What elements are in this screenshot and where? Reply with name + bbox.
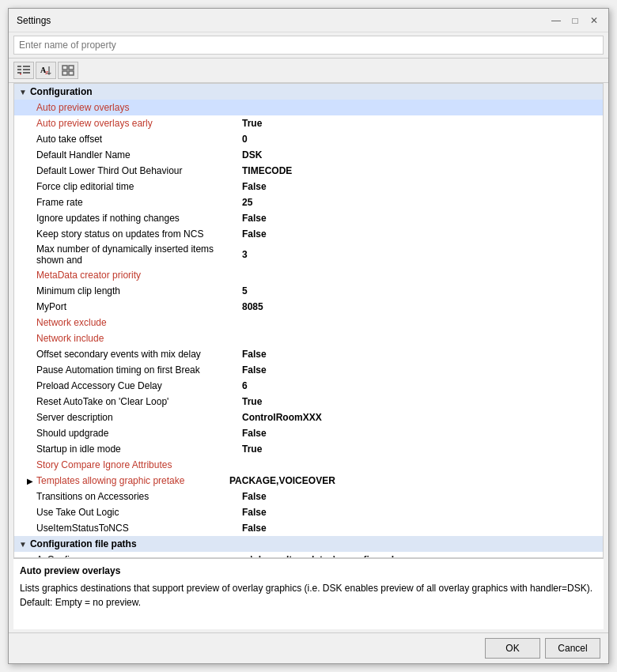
prop-row-max-number[interactable]: Max number of dynamically inserted items… [14,242,603,267]
svg-rect-4 [23,69,30,70]
prop-row-preload-accessory[interactable]: Preload Accessory Cue Delay 6 [14,378,603,394]
section-header-file-paths[interactable]: ▼ Configuration file paths [14,536,603,552]
prop-value-ignore-updates: False [242,213,267,224]
minimize-button[interactable]: — [550,14,562,27]
maximize-button[interactable]: □ [569,14,581,27]
prop-value-force-clip: False [242,181,267,192]
chevron-right-icon: ▶ [27,477,33,485]
prop-value-auto-preview-early: True [242,118,262,129]
title-controls: — □ ✕ [550,14,600,27]
prop-row-use-take-out[interactable]: Use Take Out Logic False [14,504,603,520]
settings-window: Settings — □ ✕ A Z [8,8,609,664]
prop-value-keep-story: False [242,228,267,240]
prop-row-ignore-updates[interactable]: Ignore updates if nothing changes False [14,210,603,226]
toolbar-grid-btn[interactable] [58,62,78,79]
prop-row-avconfig[interactable]: AvConfig c:\channeltemplates\avconfig.xm… [14,552,603,557]
prop-row-network-exclude[interactable]: Network exclude [14,315,603,330]
prop-row-startup-idle[interactable]: Startup in idle mode True [14,441,603,457]
prop-row-min-clip[interactable]: Minimum clip length 5 [14,283,603,299]
prop-row-offset-secondary[interactable]: Offset secondary events with mix delay F… [14,346,603,362]
svg-rect-5 [23,72,30,74]
prop-row-use-item-status[interactable]: UseItemStatusToNCS False [14,520,603,536]
ok-button[interactable]: OK [485,638,540,659]
prop-name-keep-story: Keep story status on updates from NCS [36,228,242,240]
prop-name-force-clip: Force clip editorial time [36,181,242,192]
property-tree: ▼ Configuration Auto preview overlays Au… [13,83,604,558]
prop-name-use-item-status: UseItemStatusToNCS [36,523,242,534]
prop-value-offset-secondary: False [242,349,267,360]
prop-name-auto-preview-overlays: Auto preview overlays [36,102,242,113]
prop-row-default-handler[interactable]: Default Handler Name DSK [14,147,603,163]
prop-row-transitions[interactable]: Transitions on Accessories False [14,489,603,504]
svg-rect-3 [23,66,30,67]
svg-rect-1 [17,69,21,70]
search-input[interactable] [13,36,604,55]
svg-rect-11 [62,66,67,70]
prop-name-preload-accessory: Preload Accessory Cue Delay [36,380,242,391]
window-title: Settings [17,15,51,26]
prop-value-max-number: 3 [242,249,248,260]
prop-value-lower-third: TIMECODE [242,165,292,176]
prop-name-startup-idle: Startup in idle mode [36,444,242,455]
prop-name-should-upgrade: Should updgrade [36,428,242,439]
button-bar: OK Cancel [9,632,608,663]
prop-name-network-include: Network include [36,333,242,344]
prop-name-min-clip: Minimum clip length [36,285,242,296]
description-text: Lists graphics destinations that support… [20,581,597,610]
prop-row-network-include[interactable]: Network include [14,330,603,346]
prop-name-myport: MyPort [36,301,242,312]
svg-rect-0 [17,66,21,67]
svg-rect-14 [69,71,74,75]
prop-value-avconfig: c:\channeltemplates\avconfig.xml [242,554,394,557]
prop-row-myport[interactable]: MyPort 8085 [14,299,603,315]
prop-value-reset-autotake: True [242,396,262,407]
tree-scroll[interactable]: ▼ Configuration Auto preview overlays Au… [14,84,603,557]
prop-row-auto-take-offset[interactable]: Auto take offset 0 [14,131,603,147]
prop-row-auto-preview-early[interactable]: Auto preview overlays early True [14,115,603,131]
prop-value-frame-rate: 25 [242,197,252,208]
prop-value-default-handler: DSK [242,149,262,160]
prop-value-templates: PACKAGE,VOICEOVER [229,475,335,486]
prop-row-pause-automation[interactable]: Pause Automation timing on first Break F… [14,362,603,378]
prop-name-transitions: Transitions on Accessories [36,491,242,502]
svg-rect-12 [69,66,74,70]
prop-name-server-desc: Server description [36,412,242,423]
prop-name-network-exclude: Network exclude [36,317,242,328]
prop-row-keep-story[interactable]: Keep story status on updates from NCS Fa… [14,226,603,242]
section-header-configuration[interactable]: ▼ Configuration [14,84,603,100]
cancel-button[interactable]: Cancel [545,638,600,659]
title-bar: Settings — □ ✕ [9,9,608,32]
section-label-file-paths: Configuration file paths [30,538,137,549]
prop-value-preload-accessory: 6 [242,380,248,391]
prop-value-transitions: False [242,491,267,502]
description-title: Auto preview overlays [20,565,597,576]
prop-value-min-clip: 5 [242,285,248,296]
svg-rect-13 [62,71,67,75]
prop-row-auto-preview-overlays[interactable]: Auto preview overlays [14,100,603,115]
prop-name-lower-third: Default Lower Third Out Behaviour [36,165,242,176]
prop-row-force-clip[interactable]: Force clip editorial time False [14,179,603,194]
prop-row-story-compare[interactable]: Story Compare Ignore Attributes [14,457,603,473]
prop-value-pause-automation: False [242,364,267,376]
search-bar [9,32,608,59]
prop-row-metadata[interactable]: MetaData creator priority [14,267,603,283]
prop-row-frame-rate[interactable]: Frame rate 25 [14,194,603,210]
toolbar-list-btn[interactable] [13,62,34,79]
prop-row-lower-third[interactable]: Default Lower Third Out Behaviour TIMECO… [14,163,603,179]
prop-name-pause-automation: Pause Automation timing on first Break [36,364,242,376]
close-button[interactable]: ✕ [588,14,600,27]
prop-row-templates[interactable]: ▶ Templates allowing graphic pretake PAC… [14,473,603,489]
prop-name-offset-secondary: Offset secondary events with mix delay [36,349,242,360]
prop-row-server-desc[interactable]: Server description ControlRoomXXX [14,410,603,425]
prop-name-metadata: MetaData creator priority [36,270,242,281]
prop-value-myport: 8085 [242,301,263,312]
prop-row-should-upgrade[interactable]: Should updgrade False [14,425,603,441]
chevron-down-icon: ▼ [19,88,27,96]
prop-name-templates: Templates allowing graphic pretake [36,475,229,486]
toolbar-sort-btn[interactable]: A Z [36,62,56,79]
prop-name-use-take-out: Use Take Out Logic [36,507,242,518]
prop-value-use-item-status: False [242,523,267,534]
svg-rect-2 [17,72,21,74]
prop-name-frame-rate: Frame rate [36,197,242,208]
prop-row-reset-autotake[interactable]: Reset AutoTake on 'Clear Loop' True [14,394,603,410]
